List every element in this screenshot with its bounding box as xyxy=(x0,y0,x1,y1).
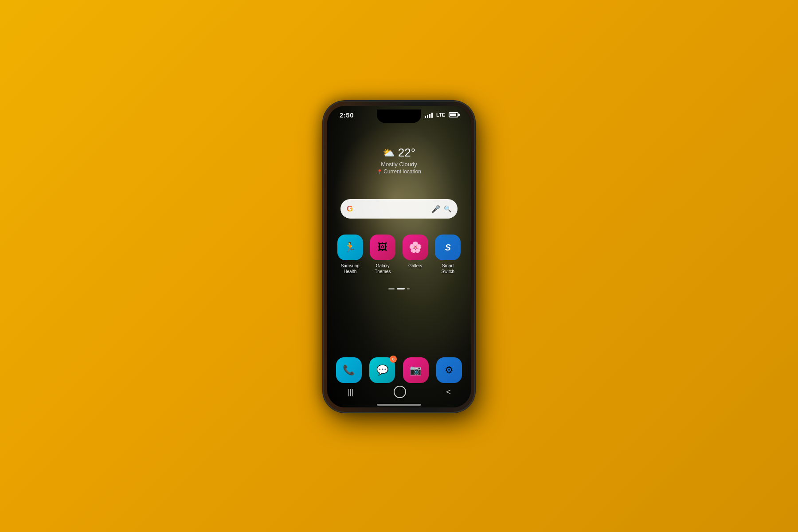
app-grid: 🏃 SamsungHealth 🖼 GalaxyThemes 🌸 xyxy=(336,235,462,274)
dock-item-messages[interactable]: 💬 6 xyxy=(368,357,398,383)
home-button[interactable] xyxy=(394,386,406,398)
back-button[interactable]: < xyxy=(446,387,451,397)
smart-switch-label: SmartSwitch xyxy=(442,263,454,274)
phone-dial-icon: 📞 xyxy=(343,364,355,376)
dock-item-settings[interactable]: ⚙ xyxy=(434,357,465,383)
weather-icon: ⛅ xyxy=(383,147,395,159)
app-item-smart-switch[interactable]: S SmartSwitch xyxy=(434,235,462,274)
health-figure-icon: 🏃 xyxy=(344,242,356,253)
signal-bar-1 xyxy=(425,116,426,118)
app-item-samsung-health[interactable]: 🏃 SamsungHealth xyxy=(336,235,364,274)
status-right: LTE xyxy=(425,112,458,118)
signal-bar-2 xyxy=(427,115,428,118)
app-item-galaxy-themes[interactable]: 🖼 GalaxyThemes xyxy=(369,235,397,274)
smartswitch-s-icon: S xyxy=(445,243,451,253)
phone-app-icon: 📞 xyxy=(336,357,362,383)
phone-screen: 2:50 LTE xyxy=(327,106,471,407)
google-g-icon: G xyxy=(347,204,353,214)
battery-body xyxy=(449,112,458,117)
camera-app-icon: 📷 xyxy=(403,357,429,383)
battery-icon xyxy=(449,112,458,117)
recent-apps-button[interactable]: ||| xyxy=(347,387,353,397)
location-pin-icon: 📍 xyxy=(377,169,382,174)
galaxy-themes-label: GalaxyThemes xyxy=(375,263,391,274)
microphone-icon[interactable]: 🎤 xyxy=(431,205,440,213)
page-indicator-active xyxy=(397,288,405,289)
nav-bar-line xyxy=(377,404,421,406)
gear-icon: ⚙ xyxy=(445,364,454,376)
gallery-flower-icon: 🌸 xyxy=(409,241,422,254)
weather-widget[interactable]: ⛅ 22° Mostly Cloudy 📍 Current location xyxy=(377,146,421,175)
weather-row: ⛅ 22° xyxy=(377,146,421,160)
signal-icon xyxy=(425,112,433,118)
weather-location-label: Current location xyxy=(383,168,421,175)
messages-badge: 6 xyxy=(390,356,397,363)
messages-bubble-icon: 💬 xyxy=(376,364,388,376)
battery-fill xyxy=(450,113,456,116)
weather-temperature: 22° xyxy=(398,146,415,160)
galaxy-themes-icon: 🖼 xyxy=(370,235,395,260)
phone-scene: 2:50 LTE xyxy=(275,33,523,499)
camera-search-icon[interactable]: 🔍 xyxy=(444,205,451,212)
messages-app-icon: 💬 6 xyxy=(369,357,395,383)
phone-outer: 2:50 LTE xyxy=(324,102,474,412)
weather-location: 📍 Current location xyxy=(377,168,421,175)
page-indicator-dot xyxy=(407,288,410,289)
camera-notch xyxy=(377,110,421,123)
dock-item-camera[interactable]: 📷 xyxy=(401,357,431,383)
themes-icon-inner: 🖼 xyxy=(378,242,387,253)
weather-description: Mostly Cloudy xyxy=(377,161,421,168)
network-label: LTE xyxy=(436,112,445,117)
signal-bar-4 xyxy=(431,113,433,118)
samsung-health-label: SamsungHealth xyxy=(341,263,360,274)
status-time: 2:50 xyxy=(340,111,354,119)
smart-switch-icon: S xyxy=(435,235,461,260)
page-indicators xyxy=(388,288,410,289)
app-item-gallery[interactable]: 🌸 Gallery xyxy=(401,235,430,274)
signal-bar-3 xyxy=(429,114,430,118)
dock: 📞 💬 6 📷 xyxy=(334,357,464,383)
gallery-label: Gallery xyxy=(408,263,422,269)
nav-bar: ||| < xyxy=(327,383,471,401)
camera-lens-icon: 📷 xyxy=(410,364,422,376)
samsung-health-icon: 🏃 xyxy=(337,235,363,260)
page-indicator-dash xyxy=(388,288,395,289)
settings-app-icon: ⚙ xyxy=(436,357,462,383)
gallery-icon: 🌸 xyxy=(403,235,428,260)
dock-item-phone[interactable]: 📞 xyxy=(334,357,364,383)
search-bar[interactable]: G 🎤 🔍 xyxy=(340,199,458,219)
